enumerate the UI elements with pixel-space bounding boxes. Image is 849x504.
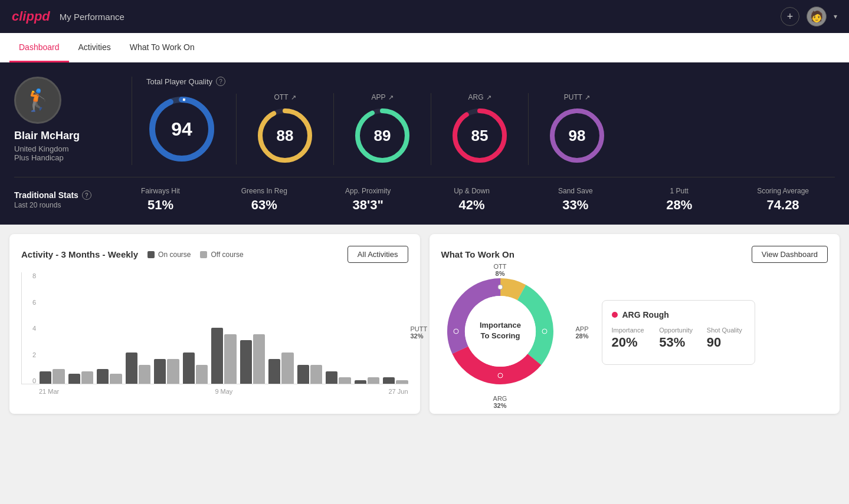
player-country: United Kingdom	[14, 144, 69, 153]
bar-off-12	[396, 380, 408, 384]
bar-off-3	[139, 365, 150, 384]
activity-panel-header: Activity - 3 Months - Weekly On course O…	[21, 246, 408, 263]
scores-section: Total Player Quality ? 94	[132, 77, 835, 165]
ott-value: 88	[277, 127, 294, 145]
bar-on-5	[183, 353, 195, 384]
bar-on-2	[97, 369, 109, 384]
app-circle: 89	[353, 106, 412, 165]
bar-off-10	[339, 377, 350, 384]
what-to-work-content: OTT 8% APP 28% ARG 32% PUTT 32%	[441, 272, 828, 393]
bar-group-10	[326, 371, 351, 384]
score-item-arg: ARG ↗ 85	[431, 93, 529, 165]
y-label-2: 2	[22, 351, 36, 358]
app-value: 89	[374, 127, 391, 145]
pink-dot-icon	[612, 312, 618, 318]
avatar[interactable]: 🧑	[807, 6, 827, 27]
putt-circle: 98	[548, 106, 607, 165]
total-quality-label: Total Player Quality ?	[146, 77, 835, 86]
donut-svg: Importance To Scoring	[441, 272, 559, 390]
bar-on-3	[126, 353, 137, 384]
on-course-legend-dot	[147, 251, 155, 258]
trad-help-icon[interactable]: ?	[82, 190, 91, 200]
tab-activities-label: Activities	[78, 42, 111, 52]
x-labels: 21 Mar 9 May 27 Jun	[21, 388, 408, 395]
ott-trend-icon: ↗	[291, 94, 296, 101]
what-to-work-title: What To Work On	[441, 249, 514, 259]
help-icon[interactable]: ?	[216, 77, 225, 86]
score-item-app: APP ↗ 89	[334, 93, 431, 165]
bar-off-0	[53, 369, 64, 384]
avatar-chevron-icon: ▾	[834, 12, 837, 21]
bar-on-12	[383, 377, 395, 384]
putt-segment-label: PUTT 32%	[411, 325, 428, 340]
header-left: clippd My Performance	[12, 9, 124, 24]
stat-sand-save: Sand Save 33%	[523, 187, 627, 213]
bar-group-6	[211, 328, 237, 384]
bar-group-5	[183, 353, 208, 384]
header: clippd My Performance + 🧑 ▾	[0, 0, 849, 33]
stat-scoring-average: Scoring Average 74.28	[731, 187, 835, 213]
y-label-4: 4	[22, 325, 36, 332]
putt-trend-icon: ↗	[585, 94, 590, 101]
tab-activities[interactable]: Activities	[69, 33, 120, 62]
putt-value: 98	[569, 127, 586, 145]
bottom-panels: Activity - 3 Months - Weekly On course O…	[0, 225, 849, 423]
bar-off-2	[110, 374, 122, 384]
svg-text:To Scoring: To Scoring	[480, 331, 520, 340]
bar-group-9	[297, 365, 323, 384]
stat-up-and-down: Up & Down 42%	[420, 187, 524, 213]
what-to-work-header: What To Work On View Dashboard	[441, 246, 828, 263]
y-label-6: 6	[22, 299, 36, 306]
bar-group-12	[383, 377, 408, 384]
trad-label: Traditional Stats ?	[14, 190, 109, 200]
add-button[interactable]: +	[781, 7, 799, 26]
header-title: My Performance	[60, 12, 124, 22]
bar-on-0	[40, 371, 51, 384]
chart-legend: On course Off course	[147, 251, 244, 259]
metric-opportunity: Opportunity 53%	[659, 327, 697, 350]
bar-group-2	[97, 369, 122, 384]
arg-circle: 85	[450, 106, 509, 165]
bar-off-4	[167, 359, 179, 384]
stat-fairways-hit: Fairways Hit 51%	[109, 187, 212, 213]
bar-on-1	[68, 374, 80, 384]
info-card-metrics: Importance 20% Opportunity 53% Shot Qual…	[612, 327, 745, 350]
tab-dashboard-label: Dashboard	[19, 42, 60, 52]
svg-point-20	[542, 329, 547, 334]
bar-on-7	[240, 340, 252, 384]
player-info: 🏌️ Blair McHarg United Kingdom Plus Hand…	[14, 77, 132, 165]
score-item-total: 94	[146, 94, 237, 164]
svg-point-21	[498, 373, 503, 378]
ott-circle: 88	[255, 106, 314, 165]
nav-tabs: Dashboard Activities What To Work On	[0, 33, 849, 62]
what-to-work-panel: What To Work On View Dashboard OTT 8% AP…	[430, 234, 840, 414]
trad-label-col: Traditional Stats ? Last 20 rounds	[14, 190, 109, 209]
legend-on-course: On course	[147, 251, 191, 259]
bar-group-3	[126, 353, 151, 384]
score-circles: 94 OTT ↗ 88	[146, 93, 835, 165]
x-label-mar: 21 Mar	[39, 388, 59, 395]
tab-dashboard[interactable]: Dashboard	[9, 33, 69, 62]
activity-panel: Activity - 3 Months - Weekly On course O…	[9, 234, 420, 414]
arg-segment-label: ARG 32%	[493, 395, 507, 409]
bar-group-8	[268, 353, 294, 384]
all-activities-button[interactable]: All Activities	[348, 246, 408, 263]
avatar-icon: 🧑	[810, 10, 823, 23]
stat-greens-in-reg: Greens In Reg 63%	[212, 187, 316, 213]
bar-off-9	[310, 365, 322, 384]
bar-on-10	[326, 371, 337, 384]
ott-segment-label: OTT 8%	[494, 263, 507, 277]
bar-on-8	[268, 359, 280, 384]
player-avatar-icon: 🏌️	[25, 88, 51, 113]
arg-label: ARG ↗	[468, 93, 491, 101]
header-right: + 🧑 ▾	[781, 6, 837, 27]
tab-what-to-work-on[interactable]: What To Work On	[120, 33, 204, 62]
bar-off-5	[196, 365, 208, 384]
metric-shot-quality: Shot Quality 90	[707, 327, 745, 350]
view-dashboard-button[interactable]: View Dashboard	[752, 246, 828, 263]
y-labels: 0 2 4 6 8	[22, 272, 36, 384]
total-score-value: 94	[171, 118, 192, 140]
bar-on-9	[297, 365, 309, 384]
legend-off-course: Off course	[200, 251, 243, 259]
svg-text:Importance: Importance	[479, 321, 520, 330]
